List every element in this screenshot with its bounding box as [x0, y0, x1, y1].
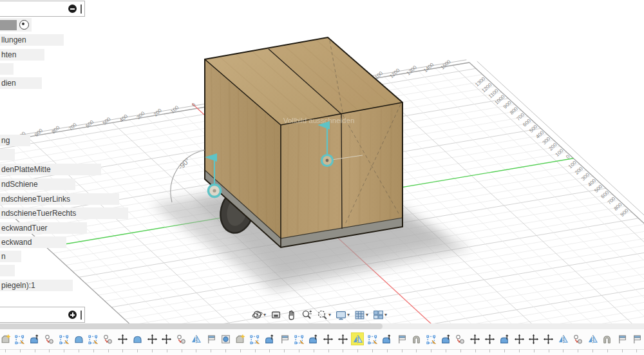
browser-item-fragment[interactable]: ng	[0, 135, 30, 146]
expand-plus-icon[interactable]	[68, 311, 77, 319]
timeline-feature-sketch[interactable]	[58, 333, 70, 345]
browser-item-fragment[interactable]: llungen	[0, 34, 64, 46]
timeline-feature-mirror[interactable]	[190, 333, 202, 345]
browser-item-fragment[interactable]: dien	[0, 77, 42, 89]
timeline-feature-joint[interactable]	[102, 333, 114, 345]
chevron-down-icon[interactable]: ▾	[328, 312, 331, 318]
timeline-feature-move[interactable]	[484, 333, 495, 345]
browser-item-fragment[interactable]: ndschieneTuerLinks	[0, 193, 119, 205]
browser-item-fragment[interactable]	[0, 63, 14, 75]
timeline-feature-rigid-group[interactable]	[410, 333, 422, 345]
timeline-tick	[240, 349, 241, 352]
timeline-feature-form[interactable]	[234, 333, 246, 345]
timeline-feature-extrude[interactable]	[263, 333, 275, 345]
chevron-down-icon[interactable]: ▾	[263, 312, 266, 318]
timeline-tick	[343, 349, 343, 352]
timeline-feature-plane[interactable]	[630, 333, 642, 345]
navbar-grid-snaps-button[interactable]: ▾	[352, 309, 370, 321]
timeline-scroll-track[interactable]	[0, 323, 644, 329]
timeline-feature-move[interactable]	[146, 333, 158, 345]
timeline-feature-extrude[interactable]	[308, 333, 319, 345]
timeline-feature-fillet[interactable]	[131, 333, 143, 345]
timeline-feature-extrude[interactable]	[381, 333, 393, 345]
navbar-zoom-button[interactable]	[299, 309, 314, 321]
timeline-tick	[49, 349, 50, 352]
timeline-feature-joint[interactable]	[455, 333, 466, 345]
timeline-feature-hole[interactable]	[220, 333, 231, 345]
timeline-feature-move[interactable]	[323, 333, 334, 345]
browser-expand-bar[interactable]	[0, 307, 85, 323]
timeline-track	[0, 349, 644, 350]
timeline-feature-sketch[interactable]	[293, 333, 305, 345]
timeline-tick	[504, 349, 505, 352]
timeline-feature-joint[interactable]	[572, 333, 583, 345]
panel-handle[interactable]	[80, 311, 82, 320]
browser-item-fragment[interactable]: hten	[0, 49, 44, 61]
ruler-label: 600	[84, 119, 95, 129]
timeline-feature-fillet[interactable]	[73, 333, 84, 345]
collapse-minus-icon[interactable]	[68, 5, 77, 13]
timeline-feature-plane[interactable]	[205, 333, 216, 345]
browser-component-row[interactable]	[0, 18, 32, 32]
timeline-feature-move[interactable]	[528, 333, 540, 345]
timeline-feature-plane[interactable]	[616, 333, 628, 345]
timeline-feature-mirror[interactable]	[352, 333, 363, 345]
timeline-feature-extrude[interactable]	[29, 333, 41, 345]
browser-item-fragment[interactable]	[0, 265, 15, 276]
timeline-tick	[636, 349, 637, 352]
timeline-tick	[357, 349, 358, 352]
timeline-tick	[446, 349, 446, 352]
navbar-viewports-button[interactable]: ▾	[371, 309, 389, 321]
grid-snaps-icon	[354, 309, 365, 320]
panel-handle[interactable]	[80, 5, 82, 14]
timeline-feature-extrude[interactable]	[440, 333, 451, 345]
timeline-feature-plane[interactable]	[278, 333, 290, 345]
timeline-feature-sketch[interactable]	[14, 333, 26, 345]
navbar-orbit-button[interactable]: ▾	[250, 309, 268, 321]
timeline-feature-mirror[interactable]	[557, 333, 569, 345]
timeline-tick	[284, 349, 285, 352]
timeline-feature-move[interactable]	[513, 333, 525, 345]
timeline-feature-form[interactable]	[0, 333, 11, 345]
timeline-tick	[489, 349, 490, 352]
browser-item-fragment[interactable]: eckwand	[0, 236, 66, 248]
timeline-feature-joint[interactable]	[43, 333, 55, 345]
browser-collapse-bar[interactable]	[0, 1, 85, 17]
ruler-label: 900	[33, 128, 44, 138]
timeline-feature-extrude[interactable]	[498, 333, 510, 345]
timeline-tick	[35, 349, 35, 352]
browser-item-fragment[interactable]: piegeln):1	[0, 280, 73, 291]
navbar-fit-button[interactable]: ▾	[315, 309, 333, 321]
timeline-scroll-thumb[interactable]	[0, 323, 383, 329]
timeline-feature-move[interactable]	[117, 333, 128, 345]
timeline-feature-move[interactable]	[337, 333, 348, 345]
timeline-feature-move[interactable]	[543, 333, 554, 345]
browser-item-fragment[interactable]	[0, 149, 15, 160]
timeline-feature-joint[interactable]	[176, 333, 187, 345]
navbar-pan-button[interactable]	[284, 309, 299, 321]
navbar-display-settings-button[interactable]: ▾	[334, 309, 352, 321]
browser-item-fragment[interactable]: ndSchiene	[0, 178, 75, 190]
browser-item-fragment[interactable]: ndschieneTuerRechts	[0, 207, 128, 219]
timeline-feature-rigid-group[interactable]	[601, 333, 613, 345]
viewport-canvas[interactable]: 1000900800700600500400300200100010020030…	[0, 0, 644, 355]
activate-component-radio[interactable]	[19, 20, 29, 30]
chevron-down-icon[interactable]: ▾	[366, 312, 368, 318]
timeline-feature-sketch[interactable]	[366, 333, 378, 345]
timeline-tick	[20, 349, 21, 352]
navbar-look-at-button[interactable]	[269, 309, 283, 321]
browser-item-fragment[interactable]: eckwandTuer	[0, 222, 87, 234]
chevron-down-icon[interactable]: ▾	[347, 312, 350, 318]
timeline-feature-move[interactable]	[469, 333, 481, 345]
timeline-feature-move[interactable]	[161, 333, 173, 345]
timeline-tick	[387, 349, 388, 352]
chevron-down-icon[interactable]: ▾	[384, 312, 387, 318]
browser-item-fragment[interactable]: denPlatteMitte	[0, 164, 101, 175]
browser-item-fragment[interactable]: n	[0, 251, 21, 262]
timeline-feature-sketch[interactable]	[88, 333, 99, 345]
timeline-feature-plane[interactable]	[396, 333, 408, 345]
timeline-tick	[137, 349, 138, 352]
timeline-feature-sketch[interactable]	[425, 333, 437, 345]
timeline-feature-mirror[interactable]	[587, 333, 598, 345]
timeline-feature-sketch[interactable]	[249, 333, 261, 345]
